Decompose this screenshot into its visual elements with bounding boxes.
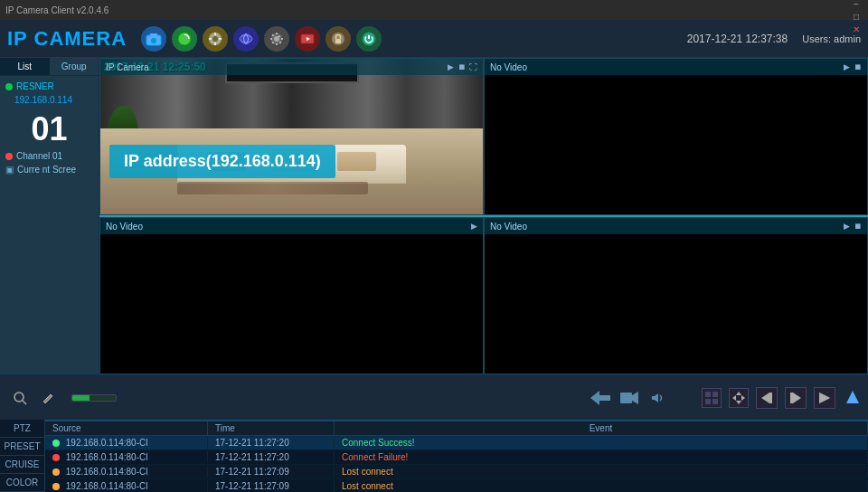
channel-item[interactable]: Channel 01 (0, 149, 99, 163)
device-status-dot (5, 83, 13, 90)
sidebar: List Group RESNER 192.168.0.114 01 Chann… (0, 58, 99, 374)
camera-ctrl-3[interactable]: ⛶ (469, 62, 477, 71)
channel-status-dot (5, 153, 13, 160)
preset-button[interactable]: PRESET (0, 438, 44, 456)
camera-ctrl-1[interactable]: ▶ (448, 62, 454, 71)
device-item-resner[interactable]: RESNER (0, 80, 99, 93)
camera-cell-bottom-left[interactable]: No Video ▶ (99, 217, 484, 374)
main-area: List Group RESNER 192.168.0.114 01 Chann… (0, 58, 868, 374)
col-header-event: Event (335, 421, 868, 435)
app-title: IP Camera Client v2.0.4.6 (5, 5, 108, 15)
current-screen-item[interactable]: ▣ Curre nt Scree (0, 163, 99, 176)
camera-cell-top-right[interactable]: No Video ▶ ⏹ (484, 58, 868, 215)
sofa-cushion-3 (337, 152, 375, 171)
settings-toolbar-icon[interactable] (264, 26, 289, 52)
layout-4grid-button[interactable] (702, 388, 722, 408)
prev-channel-button[interactable] (756, 387, 778, 409)
camera-cell-top-left[interactable]: IP Camera ▶ ⏹ ⛶ (99, 58, 484, 215)
log-cell-time: 17-12-21 11:27:20 (208, 451, 335, 463)
log-row[interactable]: 192.168.0.114:80-Cl 17-12-21 11:27:20 Co… (45, 450, 868, 465)
titlebar-left: IP Camera Client v2.0.4.6 (5, 5, 108, 15)
camera-top-bar-3: No Video ▶ (100, 218, 483, 234)
speaker-icon[interactable] (647, 387, 669, 409)
left-function-buttons: PTZ PRESET CRUISE COLOR (0, 420, 45, 492)
svg-rect-27 (712, 392, 718, 397)
sidebar-tab-list[interactable]: List (0, 58, 50, 75)
camera-top-bar-2: No Video ▶ ⏹ (485, 59, 867, 75)
camera-label-1: IP Camera (106, 62, 149, 72)
camera-icons-1: ▶ ⏹ ⛶ (448, 62, 477, 71)
svg-marker-34 (761, 393, 769, 403)
svg-marker-40 (846, 391, 859, 403)
app-logo: IP CAMERA (7, 27, 127, 51)
camera-label-2: No Video (490, 62, 527, 72)
camera-record-icon[interactable] (618, 387, 640, 409)
svg-marker-25 (652, 393, 658, 402)
camera-top-bar-1: IP Camera ▶ ⏹ ⛶ (100, 59, 483, 75)
ptz-toolbar-icon[interactable] (203, 26, 228, 52)
camera-ctrl-5[interactable]: ⏹ (854, 62, 862, 71)
camera-area: IP Camera ▶ ⏹ ⛶ (99, 58, 868, 374)
log-row[interactable]: 192.168.0.114:80-Cl 17-12-21 11:27:20 Co… (45, 436, 868, 450)
camera-ctrl-6[interactable]: ▶ (471, 222, 477, 231)
svg-point-5 (212, 36, 218, 42)
arrow-left-icon[interactable] (590, 387, 611, 409)
col-header-time: Time (208, 421, 335, 435)
camera-ctrl-8[interactable]: ⏹ (854, 222, 862, 231)
rug (177, 182, 369, 194)
power-toolbar-icon[interactable] (356, 26, 382, 52)
color-button[interactable]: COLOR (0, 474, 44, 492)
channel-number: 01 (0, 106, 99, 149)
svg-marker-36 (793, 393, 801, 403)
record-toolbar-icon[interactable] (295, 26, 320, 52)
device-ip[interactable]: 192.168.0.114 (14, 95, 72, 105)
device-list: RESNER 192.168.0.114 01 Channel 01 ▣ Cur… (0, 76, 99, 374)
log-cell-time: 17-12-21 11:27:09 (208, 480, 335, 492)
signal-icon[interactable] (67, 387, 121, 409)
network-toolbar-icon[interactable] (233, 26, 259, 52)
minimize-button[interactable]: − (850, 0, 863, 10)
camera-toolbar-icon[interactable] (141, 26, 166, 52)
current-screen-label: Curre nt Scree (17, 165, 76, 175)
maximize-button[interactable]: □ (850, 10, 863, 23)
log-cell-time: 17-12-21 11:27:20 (208, 437, 335, 449)
log-rows: 192.168.0.114:80-Cl 17-12-21 11:27:20 Co… (45, 436, 868, 492)
layout-arrows-button[interactable] (729, 388, 749, 408)
svg-rect-28 (705, 399, 711, 404)
ptz-button[interactable]: PTZ (0, 420, 44, 438)
svg-rect-26 (705, 392, 711, 397)
next-channel-button[interactable] (785, 387, 807, 409)
expand-icon[interactable] (846, 391, 859, 405)
log-cell-source: 192.168.0.114:80-Cl (45, 437, 208, 449)
lock-toolbar-icon[interactable] (326, 26, 351, 52)
users-display: Users: admin (802, 33, 861, 44)
more-options-button[interactable] (814, 387, 835, 409)
bottom-log-area: PTZ PRESET CRUISE COLOR Source Time Even… (0, 420, 868, 492)
svg-rect-2 (150, 33, 157, 36)
camera-ctrl-4[interactable]: ▶ (844, 62, 850, 71)
camera-cell-bottom-right[interactable]: No Video ▶ ⏹ (484, 217, 868, 374)
camera-ctrl-2[interactable]: ⏹ (458, 62, 466, 71)
camera-label-4: No Video (490, 222, 527, 232)
log-cell-source: 192.168.0.114:80-Cl (45, 451, 208, 463)
svg-point-10 (240, 33, 252, 45)
svg-marker-39 (819, 393, 830, 403)
log-row[interactable]: 192.168.0.114:80-Cl 17-12-21 11:27:09 Lo… (45, 465, 868, 479)
edit-icon[interactable] (38, 387, 60, 409)
log-cell-source: 192.168.0.114:80-Cl (45, 466, 208, 478)
svg-marker-30 (736, 392, 741, 395)
svg-rect-35 (769, 393, 772, 403)
sidebar-tab-group[interactable]: Group (50, 58, 99, 75)
search-icon[interactable] (9, 387, 31, 409)
svg-rect-37 (790, 393, 793, 403)
cruise-button[interactable]: CRUISE (0, 456, 44, 474)
bottom-controls (0, 374, 868, 420)
col-header-source: Source (45, 421, 208, 435)
log-cell-time: 17-12-21 11:27:09 (208, 466, 335, 478)
svg-line-20 (23, 401, 26, 404)
color-toolbar-icon[interactable] (172, 26, 197, 52)
camera-ctrl-7[interactable]: ▶ (844, 222, 850, 231)
svg-marker-24 (632, 392, 638, 404)
log-row[interactable]: 192.168.0.114:80-Cl 17-12-21 11:27:09 Lo… (45, 479, 868, 492)
svg-rect-23 (620, 393, 632, 403)
